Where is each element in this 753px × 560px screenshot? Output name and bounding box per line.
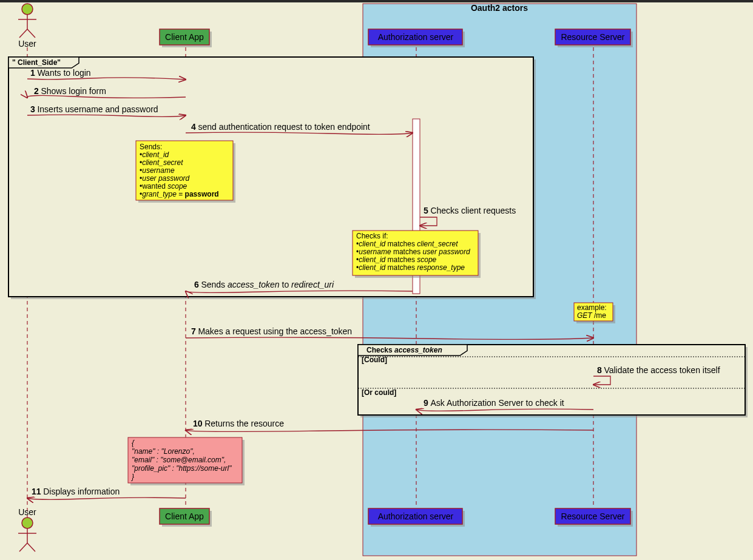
svg-text:User: User [18, 507, 36, 517]
svg-text:example:: example: [577, 303, 607, 312]
svg-text:Sends:: Sends: [140, 143, 162, 151]
svg-text:[Or could]: [Or could] [362, 388, 396, 397]
note-response: { "name" : "Lorenzo", "email" : "some@em… [128, 437, 245, 485]
note-sends: Sends: •client_id •client_secret •userna… [136, 141, 235, 203]
svg-text:•client_secret: •client_secret [140, 158, 183, 167]
participant-auth-top: Authorization server [368, 29, 465, 47]
svg-text:7 Makes a request using the ac: 7 Makes a request using the access_token [191, 326, 352, 336]
actor-user-bottom: User [18, 507, 36, 552]
sequence-diagram: Oauth2 actors User Client App Authorizat… [0, 0, 753, 560]
svg-text:•user password: •user password [140, 174, 190, 183]
svg-text:2 Shows login form: 2 Shows login form [34, 86, 106, 96]
svg-text:Resource Server: Resource Server [561, 32, 624, 42]
actor-user-top: User [18, 4, 36, 49]
participant-auth-bottom: Authorization server [368, 508, 465, 527]
note-checks: Checks if: •client_id matches client_sec… [353, 231, 481, 278]
svg-text:9 Ask Authorization Server to : 9 Ask Authorization Server to check it [424, 398, 564, 408]
svg-text:11 Displays information: 11 Displays information [32, 487, 120, 496]
svg-text:4 send authentication request : 4 send authentication request to token e… [191, 122, 370, 132]
svg-text:Checks if:: Checks if: [356, 232, 388, 240]
svg-text:" Client_Side": " Client_Side" [12, 58, 61, 67]
svg-text:•username: •username [140, 166, 175, 175]
participant-client-bottom: Client App [160, 508, 212, 527]
svg-text:"name" : "Lorenzo",: "name" : "Lorenzo", [132, 447, 195, 456]
svg-text:•wanted scope: •wanted scope [140, 182, 187, 191]
note-example: example: GET /me [574, 303, 615, 323]
svg-line-4 [19, 29, 27, 38]
svg-text:6 Sends access_token to redire: 6 Sends access_token to redirect_uri [194, 280, 334, 289]
svg-text:Client App: Client App [165, 511, 204, 521]
group-title: Oauth2 actors [471, 3, 528, 13]
svg-text:Checks access_token: Checks access_token [366, 346, 442, 354]
svg-text:}: } [131, 473, 134, 481]
participant-client-top: Client App [160, 29, 212, 47]
svg-text:•client_id matches response_ty: •client_id matches response_type [356, 263, 465, 272]
participant-resource-bottom: Resource Server [555, 508, 633, 527]
svg-text:•username matches user passwor: •username matches user password [356, 248, 470, 256]
svg-point-1 [22, 4, 33, 15]
participant-resource-top: Resource Server [555, 29, 633, 47]
svg-text:•client_id: •client_id [140, 150, 169, 159]
svg-text:Authorization server: Authorization server [378, 511, 454, 521]
svg-line-68 [19, 543, 27, 552]
svg-text:•client_id matches client_secr: •client_id matches client_secret [356, 240, 458, 248]
svg-text:•client_id matches scope: •client_id matches scope [356, 255, 437, 264]
svg-point-65 [22, 518, 33, 528]
svg-text:Client App: Client App [165, 32, 204, 42]
svg-text:Authorization server: Authorization server [378, 32, 454, 42]
svg-text:10 Returns the resource: 10 Returns the resource [193, 419, 284, 428]
svg-line-5 [27, 29, 35, 38]
svg-text:"email" : "some@email.com",: "email" : "some@email.com", [132, 456, 226, 464]
svg-text:5 Checks client requests: 5 Checks client requests [424, 206, 516, 215]
svg-rect-0 [0, 0, 753, 2]
msg-11: 11 Displays information [27, 487, 186, 499]
svg-text:"profile_pic" : "https://some-: "profile_pic" : "https://some-url" [132, 464, 232, 473]
fragment-checks-token: Checks access_token [Could] 8 Validate t… [358, 345, 748, 417]
svg-text:3 Inserts username and passwor: 3 Inserts username and password [30, 104, 158, 114]
svg-text:1 Wants to login: 1 Wants to login [30, 68, 91, 78]
svg-line-69 [27, 543, 35, 552]
svg-text:8 Validate the access token it: 8 Validate the access token itself [597, 365, 720, 375]
svg-text:User: User [18, 39, 36, 49]
svg-text:Resource Server: Resource Server [561, 511, 624, 521]
svg-text:GET /me: GET /me [577, 311, 606, 320]
svg-text:•grant_type = password: •grant_type = password [140, 190, 219, 198]
